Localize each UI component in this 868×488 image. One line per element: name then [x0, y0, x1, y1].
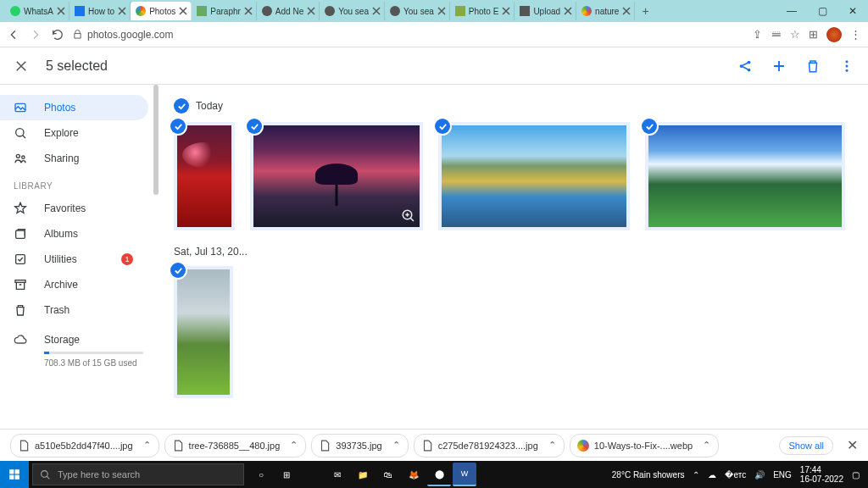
more-button[interactable]: [839, 58, 854, 74]
close-icon[interactable]: [437, 7, 446, 15]
tab-upload[interactable]: Upload: [515, 2, 576, 20]
tab-whatsapp[interactable]: WhatsA: [5, 2, 70, 20]
start-button[interactable]: [0, 461, 29, 488]
app-mail[interactable]: ✉: [326, 463, 349, 486]
svg-rect-17: [15, 475, 19, 480]
app-edge[interactable]: [300, 463, 324, 486]
chevron-up-icon[interactable]: ⌃: [392, 440, 401, 451]
photo-item[interactable]: [174, 266, 233, 398]
download-item[interactable]: 10-Ways-to-Fix-....webp⌃: [570, 434, 719, 458]
back-button[interactable]: [7, 28, 20, 42]
close-window-button[interactable]: ✕: [837, 5, 868, 17]
tray-onedrive-icon[interactable]: ☁: [708, 470, 716, 480]
tab-yousea1[interactable]: You sea: [320, 2, 385, 20]
tab-nature[interactable]: nature: [576, 2, 635, 20]
close-icon[interactable]: [307, 7, 315, 15]
check-icon[interactable]: [642, 119, 657, 134]
tab-paraphr[interactable]: Paraphr: [192, 2, 257, 20]
close-icon[interactable]: [372, 7, 381, 15]
minimize-button[interactable]: —: [776, 5, 807, 17]
photo-item[interactable]: [645, 122, 845, 230]
delete-button[interactable]: [805, 58, 821, 74]
nav-archive[interactable]: Archive: [0, 272, 148, 297]
tray-lang[interactable]: ENG: [773, 470, 792, 480]
tab-howto[interactable]: How to: [70, 2, 131, 20]
app-cortana[interactable]: ○: [249, 463, 273, 486]
translate-icon[interactable]: ⩸: [771, 28, 782, 41]
svg-rect-15: [15, 469, 19, 474]
extensions-icon[interactable]: ⊞: [809, 28, 818, 41]
nav-explore[interactable]: Explore: [0, 120, 148, 146]
tray-volume-icon[interactable]: 🔊: [754, 470, 765, 480]
download-item[interactable]: c275de781924323....jpg⌃: [414, 434, 565, 458]
nav-trash[interactable]: Trash: [0, 297, 148, 323]
close-icon[interactable]: [57, 7, 65, 15]
check-icon[interactable]: [170, 263, 186, 278]
reload-button[interactable]: [51, 28, 64, 42]
close-icon[interactable]: [118, 7, 126, 15]
app-firefox[interactable]: 🦊: [402, 463, 426, 486]
download-item[interactable]: tree-736885__480.jpg⌃: [164, 434, 307, 458]
chevron-up-icon[interactable]: ⌃: [290, 440, 298, 451]
check-icon[interactable]: [170, 119, 186, 134]
nav-albums[interactable]: Albums: [0, 221, 148, 247]
close-icon[interactable]: [179, 7, 187, 15]
chevron-up-icon[interactable]: ⌃: [548, 440, 557, 451]
svg-rect-11: [16, 255, 25, 264]
close-icon[interactable]: [564, 7, 572, 15]
tray-chevron-icon[interactable]: ⌃: [693, 470, 699, 480]
nav-utilities[interactable]: Utilities1: [0, 247, 148, 272]
nav-photos[interactable]: Photos: [0, 95, 148, 120]
tab-photoe[interactable]: Photo E: [450, 2, 515, 20]
tray-wifi-icon[interactable]: �етс: [725, 470, 746, 480]
tab-addne[interactable]: Add Ne: [257, 2, 320, 20]
date-header-today[interactable]: Today: [174, 98, 851, 114]
chevron-up-icon[interactable]: ⌃: [143, 440, 152, 451]
taskbar-search[interactable]: Type here to search: [32, 463, 244, 485]
download-item[interactable]: a510e5b2dd47f40....jpg⌃: [10, 434, 159, 458]
forward-button[interactable]: [29, 28, 42, 42]
weather-widget[interactable]: 28°C Rain showers: [612, 470, 685, 480]
new-tab-button[interactable]: +: [642, 4, 648, 18]
svg-point-8: [16, 154, 19, 158]
sidebar: Photos Explore Sharing LIBRARY Favorites…: [0, 85, 157, 424]
url-field[interactable]: photos.google.com: [73, 29, 744, 41]
close-shelf-button[interactable]: ✕: [847, 437, 858, 453]
photo-item[interactable]: [174, 122, 235, 230]
profile-avatar[interactable]: [826, 27, 842, 42]
tab-yousea2[interactable]: You sea: [385, 2, 450, 20]
close-icon[interactable]: [244, 7, 253, 15]
date-header-jul13[interactable]: Sat, Jul 13, 20...: [174, 246, 851, 258]
check-icon[interactable]: [435, 119, 450, 134]
photo-item[interactable]: [438, 122, 630, 230]
tab-photos[interactable]: Photos: [131, 2, 192, 20]
check-icon[interactable]: [247, 119, 262, 134]
chevron-up-icon[interactable]: ⌃: [703, 440, 711, 451]
sidebar-scrollbar[interactable]: [153, 85, 159, 424]
nav-sharing[interactable]: Sharing: [0, 146, 148, 171]
app-taskview[interactable]: ⊞: [275, 463, 298, 486]
photo-item[interactable]: [250, 122, 423, 230]
svg-rect-16: [9, 475, 14, 480]
show-all-button[interactable]: Show all: [779, 436, 833, 455]
close-selection-button[interactable]: [14, 58, 29, 74]
app-chrome[interactable]: ⬤: [427, 463, 451, 486]
tray-notifications-icon[interactable]: ▢: [852, 470, 860, 480]
chrome-menu-icon[interactable]: ⋮: [850, 28, 861, 41]
app-explorer[interactable]: 📁: [351, 463, 375, 486]
app-word[interactable]: W: [453, 463, 476, 486]
nav-favorites[interactable]: Favorites: [0, 196, 148, 221]
zoom-icon[interactable]: [401, 208, 416, 224]
close-icon[interactable]: [502, 7, 510, 15]
taskbar-apps: ○ ⊞ ✉ 📁 🛍 🦊 ⬤ W: [249, 463, 476, 486]
app-store[interactable]: 🛍: [376, 463, 400, 486]
file-icon: [319, 440, 331, 452]
share-button[interactable]: [737, 58, 753, 74]
maximize-button[interactable]: ▢: [807, 5, 837, 17]
bookmark-icon[interactable]: ☆: [790, 28, 800, 41]
add-button[interactable]: [771, 58, 787, 74]
download-item[interactable]: 393735.jpg⌃: [311, 434, 408, 458]
close-icon[interactable]: [622, 7, 631, 15]
share-url-icon[interactable]: ⇪: [753, 28, 762, 41]
tray-clock[interactable]: 17:4416-07-2022: [800, 465, 843, 484]
